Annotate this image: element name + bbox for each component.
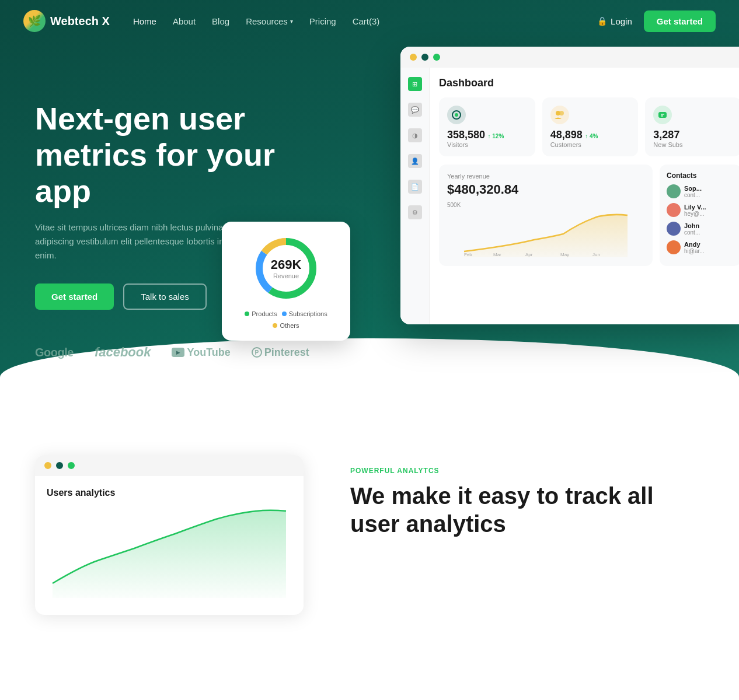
donut-chart: 269K Revenue <box>251 233 321 303</box>
customers-value: 48,898 ↑ 4% <box>550 129 630 141</box>
visitors-icon <box>447 106 466 124</box>
analytics-title: Users analytics <box>47 488 292 498</box>
svg-text:May: May <box>560 252 569 257</box>
window-dot-green <box>433 54 440 61</box>
svg-text:Jun: Jun <box>592 252 600 257</box>
svg-text:Mar: Mar <box>493 252 501 257</box>
nav-pricing[interactable]: Pricing <box>309 16 336 26</box>
svg-text:Feb: Feb <box>464 252 472 257</box>
donut-legend: Products Subscriptions Others <box>233 310 339 329</box>
visitors-value: 358,580 ↑ 12% <box>447 129 527 141</box>
analytics-mockup: Users analytics <box>35 455 304 615</box>
metric-visitors: 358,580 ↑ 12% Visitors <box>439 97 535 156</box>
lock-icon: 🔒 <box>597 16 607 26</box>
analytics-window-bar <box>35 455 304 476</box>
nav-links: Home About Blog Resources ▾ Pricing Cart… <box>133 16 597 26</box>
products-dot <box>245 312 249 316</box>
sidebar-users-icon: 👤 <box>408 154 422 168</box>
contact-info: Lily V... hey@... <box>684 204 706 217</box>
customers-icon <box>550 106 569 124</box>
nav-blog[interactable]: Blog <box>212 16 229 26</box>
legend-subscriptions: Subscriptions <box>282 310 327 317</box>
revenue-chart-area: Yearly revenue $480,320.84 500K <box>439 164 653 266</box>
section2: Users analytics POWERFUL ANALYTCS We mak… <box>0 408 739 650</box>
dot-green <box>68 462 75 469</box>
contact-avatar <box>667 184 681 198</box>
subs-icon <box>653 106 672 124</box>
section2-right: POWERFUL ANALYTCS We make it easy to tra… <box>350 455 704 538</box>
contacts-panel: Contacts Sop... cont... <box>660 164 739 266</box>
donut-card: 269K Revenue Products Subscriptions Othe… <box>222 222 350 341</box>
contact-item: Lily V... hey@... <box>667 203 734 217</box>
dashboard-body: ⊞ 💬 ◑ 👤 📄 ⚙ Dashboard <box>400 68 739 324</box>
pinterest-icon: P <box>252 347 262 358</box>
window-dot-yellow <box>410 54 417 61</box>
contact-avatar <box>667 203 681 217</box>
svg-text:Apr: Apr <box>525 252 533 257</box>
facebook-logo: facebook <box>95 345 151 360</box>
contact-item: Andy hi@ar... <box>667 240 734 254</box>
hero-get-started-button[interactable]: Get started <box>35 284 114 310</box>
nav-about[interactable]: About <box>173 16 196 26</box>
metric-customers: 48,898 ↑ 4% Customers <box>542 97 639 156</box>
hero-section: Next-gen user metrics for your app Vitae… <box>0 0 739 408</box>
others-dot <box>273 323 277 328</box>
chevron-down-icon: ▾ <box>290 18 293 24</box>
contact-item: Sop... cont... <box>667 184 734 198</box>
youtube-logo: YouTube <box>172 346 230 359</box>
contact-item: John cont... <box>667 222 734 236</box>
nav-resources[interactable]: Resources ▾ <box>246 16 293 26</box>
sidebar-settings-icon: ⚙ <box>408 205 422 219</box>
logo-text: Webtech X <box>50 15 110 28</box>
donut-label: 269K Revenue <box>271 257 302 279</box>
hero-title: Next-gen user metrics for your app <box>35 100 339 209</box>
login-button[interactable]: 🔒 Login <box>597 16 632 26</box>
legend-products: Products <box>245 310 277 317</box>
subs-value: 3,287 <box>653 129 733 141</box>
dot-teal <box>56 462 63 469</box>
metric-cards: 358,580 ↑ 12% Visitors <box>439 97 739 156</box>
sidebar-chart-icon: ◑ <box>408 128 422 142</box>
logo-icon: 🌿 <box>23 10 46 32</box>
youtube-icon <box>172 348 184 357</box>
logo[interactable]: 🌿 Webtech X <box>23 10 110 32</box>
dashboard-window: ⊞ 💬 ◑ 👤 📄 ⚙ Dashboard <box>400 47 739 324</box>
subscriptions-dot <box>282 312 287 316</box>
nav-right: 🔒 Login Get started <box>597 10 716 32</box>
hero-talk-to-sales-button[interactable]: Talk to sales <box>123 284 207 310</box>
section-badge: POWERFUL ANALYTCS <box>350 467 704 475</box>
google-logo: Google <box>35 346 74 359</box>
dashboard-main: Dashboard 358,580 ↑ 12% Visitors <box>430 68 739 324</box>
get-started-nav-button[interactable]: Get started <box>644 10 716 32</box>
users-analytics-chart <box>47 508 292 601</box>
revenue-line-chart: Feb Mar Apr May Jun <box>447 211 644 257</box>
nav-home[interactable]: Home <box>133 16 156 26</box>
legend-others: Others <box>273 322 299 329</box>
dot-yellow <box>44 462 51 469</box>
svg-rect-4 <box>658 112 667 118</box>
svg-point-1 <box>455 113 458 117</box>
dashboard-mockup: ⊞ 💬 ◑ 👤 📄 ⚙ Dashboard <box>400 47 739 324</box>
svg-rect-6 <box>661 116 663 117</box>
contact-info: Sop... cont... <box>684 185 702 198</box>
nav-cart[interactable]: Cart(3) <box>353 16 380 26</box>
section-title: We make it easy to track all user analyt… <box>350 482 704 538</box>
contact-info: Andy hi@ar... <box>684 241 705 254</box>
contact-avatar <box>667 240 681 254</box>
analytics-content: Users analytics <box>35 476 304 615</box>
pinterest-logo: P Pinterest <box>252 346 309 359</box>
brand-logos: Google facebook YouTube P Pinterest <box>35 345 339 360</box>
metric-subs: 3,287 New Subs <box>645 97 739 156</box>
window-bar <box>400 47 739 68</box>
contact-info: John cont... <box>684 222 700 236</box>
contact-avatar <box>667 222 681 236</box>
sidebar-doc-icon: 📄 <box>408 180 422 194</box>
svg-point-3 <box>559 111 564 116</box>
window-dot-teal <box>421 54 428 61</box>
revenue-section: Yearly revenue $480,320.84 500K <box>439 164 739 266</box>
sidebar-chat-icon: 💬 <box>408 103 422 117</box>
dashboard-sidebar: ⊞ 💬 ◑ 👤 📄 ⚙ <box>400 68 430 324</box>
sidebar-dashboard-icon: ⊞ <box>408 77 422 91</box>
dashboard-title: Dashboard <box>439 77 739 89</box>
revenue-chart: Feb Mar Apr May Jun <box>447 211 644 257</box>
